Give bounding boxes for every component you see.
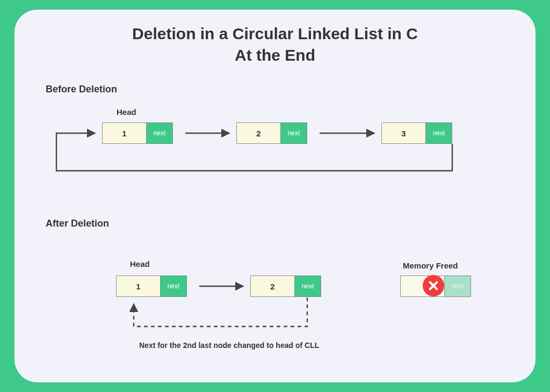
- node-value: 2: [237, 123, 281, 143]
- node-value: 3: [382, 123, 426, 143]
- section-after-label: After Deletion: [46, 218, 109, 229]
- node-next-label: next: [281, 123, 307, 143]
- before-node-3: 3 next: [381, 122, 452, 144]
- node-next-label: next: [147, 123, 172, 143]
- memory-freed-label: Memory Freed: [403, 261, 458, 270]
- title-line1: Deletion in a Circular Linked List in C: [15, 25, 535, 43]
- before-node-1: 1 next: [102, 122, 173, 144]
- section-before-label: Before Deletion: [46, 84, 117, 95]
- deleted-icon: [423, 275, 444, 296]
- node-next-label: next: [295, 276, 321, 296]
- after-head-label: Head: [130, 259, 150, 268]
- node-value: 2: [251, 276, 295, 296]
- node-next-label: next: [445, 276, 471, 296]
- before-node-2: 2 next: [236, 122, 307, 144]
- node-next-label: next: [161, 276, 186, 296]
- node-value: 1: [117, 276, 161, 296]
- after-caption: Next for the 2nd last node changed to he…: [139, 341, 319, 350]
- arrows-layer: [15, 10, 535, 382]
- after-node-1: 1 next: [116, 275, 187, 297]
- after-node-2: 2 next: [250, 275, 321, 297]
- node-next-label: next: [426, 123, 452, 143]
- before-head-label: Head: [117, 107, 136, 117]
- diagram-canvas: Deletion in a Circular Linked List in C …: [15, 10, 535, 382]
- node-value: 1: [103, 123, 147, 143]
- title-line2: At the End: [15, 46, 535, 64]
